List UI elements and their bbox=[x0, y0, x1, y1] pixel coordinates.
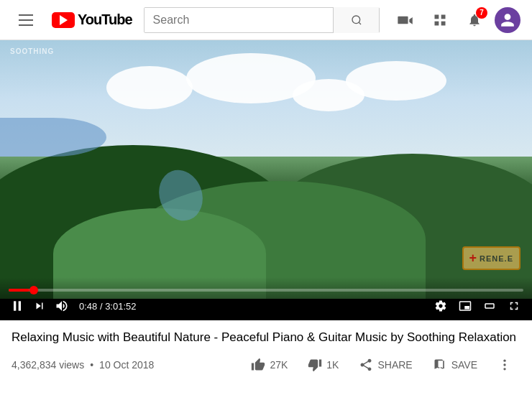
search-button[interactable] bbox=[333, 7, 379, 33]
notifications-button[interactable]: 7 bbox=[460, 6, 489, 34]
time-display: 0:48 / 3:01:52 bbox=[79, 301, 137, 312]
settings-icon bbox=[434, 299, 447, 312]
fullscreen-icon bbox=[508, 299, 520, 312]
avatar-icon bbox=[500, 12, 515, 28]
next-button[interactable] bbox=[32, 298, 47, 314]
more-icon bbox=[497, 358, 512, 372]
thumbs-down-icon bbox=[308, 358, 322, 372]
svg-rect-4 bbox=[435, 21, 439, 25]
camera-icon bbox=[398, 14, 413, 26]
save-icon bbox=[433, 358, 447, 372]
avatar[interactable] bbox=[495, 7, 520, 33]
hamburger-menu-button[interactable] bbox=[12, 6, 40, 34]
save-label: SAVE bbox=[451, 359, 477, 371]
header-left: YouTube bbox=[12, 6, 132, 34]
svg-rect-2 bbox=[435, 14, 439, 19]
more-options-button[interactable] bbox=[489, 352, 520, 378]
watermark-cross-icon: + bbox=[469, 251, 477, 266]
save-button[interactable]: SAVE bbox=[424, 352, 486, 378]
video-title-link[interactable]: Relaxing Music with Beautiful Nature - P… bbox=[12, 330, 516, 344]
svg-rect-3 bbox=[441, 14, 446, 19]
video-meta-row: 4,362,834 views • 10 Oct 2018 27K 1K bbox=[12, 352, 520, 378]
like-count: 27K bbox=[270, 359, 288, 371]
upload-video-button[interactable] bbox=[391, 6, 420, 34]
controls-row: 0:48 / 3:01:52 bbox=[9, 297, 523, 315]
search-icon bbox=[351, 14, 362, 26]
grid-icon bbox=[433, 13, 447, 27]
ocean bbox=[0, 118, 106, 157]
volume-icon bbox=[55, 299, 69, 313]
theater-mode-button[interactable] bbox=[480, 298, 499, 314]
svg-point-10 bbox=[503, 368, 505, 370]
watermark-box: + RENE.E bbox=[462, 246, 520, 270]
fullscreen-button[interactable] bbox=[505, 298, 523, 314]
video-player: SOOTHING + RENE.E bbox=[0, 40, 532, 320]
share-button[interactable]: SHARE bbox=[350, 352, 421, 378]
progress-fill bbox=[9, 289, 29, 292]
miniplayer-icon bbox=[459, 299, 472, 312]
video-title: Relaxing Music with Beautiful Nature - P… bbox=[12, 329, 520, 346]
cloud bbox=[106, 66, 193, 109]
svg-rect-5 bbox=[441, 21, 446, 25]
video-info: Relaxing Music with Beautiful Nature - P… bbox=[0, 320, 532, 384]
hamburger-lines bbox=[19, 14, 33, 26]
svg-point-9 bbox=[503, 363, 505, 366]
notification-badge: 7 bbox=[476, 7, 487, 19]
dislike-button[interactable]: 1K bbox=[299, 352, 347, 378]
upload-date: 10 Oct 2018 bbox=[99, 359, 154, 371]
search-bar bbox=[144, 7, 380, 33]
progress-bar[interactable] bbox=[9, 289, 523, 292]
progress-dot bbox=[29, 286, 38, 294]
svg-point-0 bbox=[352, 16, 360, 24]
video-thumbnail[interactable]: SOOTHING bbox=[0, 40, 532, 299]
view-count: 4,362,834 views bbox=[12, 359, 84, 371]
share-icon bbox=[359, 358, 373, 372]
svg-point-8 bbox=[503, 359, 505, 361]
like-button[interactable]: 27K bbox=[242, 352, 296, 378]
settings-button[interactable] bbox=[431, 298, 450, 314]
search-input[interactable] bbox=[145, 8, 333, 32]
pause-icon bbox=[10, 299, 24, 313]
thumbs-up-icon bbox=[251, 358, 265, 372]
share-label: SHARE bbox=[377, 359, 412, 371]
separator: • bbox=[90, 359, 93, 371]
pause-button[interactable] bbox=[9, 297, 26, 315]
watermark-text: RENE.E bbox=[480, 254, 513, 263]
dislike-count: 1K bbox=[326, 359, 339, 371]
video-watermark: + RENE.E bbox=[462, 246, 520, 270]
volume-button[interactable] bbox=[53, 297, 70, 315]
youtube-logo[interactable]: YouTube bbox=[52, 11, 132, 28]
header-right: 7 bbox=[391, 6, 520, 34]
miniplayer-button[interactable] bbox=[456, 298, 474, 314]
channel-watermark: SOOTHING bbox=[10, 47, 54, 55]
action-buttons: 27K 1K SHARE SAVE bbox=[242, 352, 520, 378]
svg-line-1 bbox=[359, 22, 361, 24]
app-header: YouTube 7 bbox=[0, 0, 532, 40]
cloud bbox=[346, 61, 446, 101]
svg-rect-7 bbox=[19, 301, 21, 310]
youtube-icon bbox=[52, 12, 75, 28]
apps-button[interactable] bbox=[426, 6, 454, 34]
youtube-wordmark: YouTube bbox=[78, 11, 132, 28]
theater-icon bbox=[483, 299, 496, 312]
video-controls: 0:48 / 3:01:52 bbox=[0, 277, 532, 320]
skip-next-icon bbox=[33, 299, 46, 312]
hamburger-icon bbox=[19, 14, 33, 26]
svg-rect-6 bbox=[14, 301, 16, 310]
